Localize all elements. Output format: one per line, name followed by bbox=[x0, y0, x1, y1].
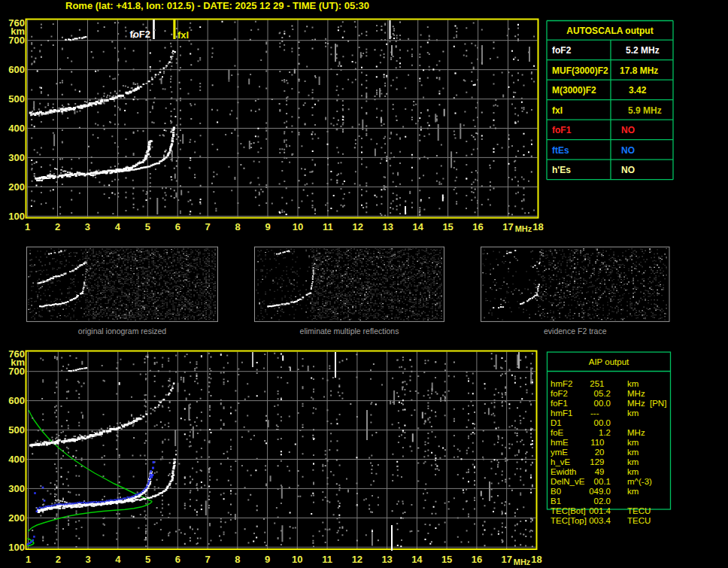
svg-text:5.9 MHz: 5.9 MHz bbox=[628, 105, 662, 116]
svg-text:foF2: foF2 bbox=[552, 45, 572, 56]
svg-text:00.0: 00.0 bbox=[594, 399, 611, 408]
svg-text:AUTOSCALA output: AUTOSCALA output bbox=[566, 26, 653, 36]
svg-text:16: 16 bbox=[472, 554, 482, 565]
svg-text:km: km bbox=[11, 357, 25, 368]
svg-text:3: 3 bbox=[85, 554, 90, 565]
svg-text:AIP output: AIP output bbox=[589, 357, 629, 366]
svg-text:7: 7 bbox=[205, 221, 211, 232]
svg-text:hmF1: hmF1 bbox=[551, 409, 572, 418]
svg-text:400: 400 bbox=[8, 454, 25, 465]
svg-text:[PN]: [PN] bbox=[650, 399, 666, 408]
svg-text:km: km bbox=[627, 409, 639, 418]
svg-text:fxI: fxI bbox=[552, 105, 563, 116]
svg-text:129: 129 bbox=[590, 457, 604, 466]
svg-text:foF1: foF1 bbox=[552, 125, 572, 135]
svg-text:200: 200 bbox=[8, 181, 25, 193]
svg-text:5.2 MHz: 5.2 MHz bbox=[626, 45, 660, 56]
svg-text:---: --- bbox=[590, 409, 599, 418]
svg-text:16: 16 bbox=[472, 221, 483, 232]
svg-text:B0: B0 bbox=[551, 487, 561, 496]
svg-text:MHz: MHz bbox=[627, 399, 645, 408]
svg-text:Ewidth: Ewidth bbox=[551, 467, 577, 476]
svg-text:km: km bbox=[627, 438, 639, 447]
svg-text:2: 2 bbox=[56, 554, 61, 565]
svg-text:evidence F2 trace: evidence F2 trace bbox=[544, 327, 607, 336]
svg-text:20: 20 bbox=[595, 448, 605, 457]
svg-text:300: 300 bbox=[8, 483, 25, 494]
svg-text:D1: D1 bbox=[551, 418, 562, 427]
svg-text:7: 7 bbox=[205, 554, 210, 565]
svg-text:M(3000)F2: M(3000)F2 bbox=[552, 85, 596, 96]
svg-text:11: 11 bbox=[323, 221, 333, 232]
svg-text:100: 100 bbox=[8, 211, 25, 222]
svg-text:hmF2: hmF2 bbox=[551, 379, 572, 388]
svg-text:9: 9 bbox=[265, 221, 270, 232]
svg-text:MHz: MHz bbox=[627, 389, 645, 398]
svg-text:17.8 MHz: 17.8 MHz bbox=[620, 65, 658, 76]
svg-text:003.4: 003.4 bbox=[589, 516, 611, 525]
svg-text:049.0: 049.0 bbox=[589, 487, 611, 496]
svg-text:TECU: TECU bbox=[627, 506, 651, 515]
svg-text:500: 500 bbox=[8, 424, 25, 436]
svg-text:MHz: MHz bbox=[514, 557, 531, 566]
svg-text:km: km bbox=[11, 26, 25, 37]
svg-text:400: 400 bbox=[8, 123, 25, 134]
svg-text:MHz: MHz bbox=[627, 428, 645, 437]
svg-text:3.42: 3.42 bbox=[629, 85, 647, 96]
svg-text:14: 14 bbox=[411, 554, 423, 565]
svg-text:MHz: MHz bbox=[515, 224, 532, 233]
svg-text:1: 1 bbox=[25, 221, 30, 232]
svg-text:hmE: hmE bbox=[551, 438, 569, 447]
svg-text:15: 15 bbox=[442, 221, 453, 232]
svg-text:12: 12 bbox=[352, 554, 362, 565]
svg-text:4: 4 bbox=[115, 221, 121, 232]
svg-text:4: 4 bbox=[115, 554, 121, 565]
svg-text:18: 18 bbox=[532, 221, 543, 232]
svg-text:5: 5 bbox=[145, 221, 150, 232]
svg-text:13: 13 bbox=[383, 221, 393, 232]
svg-text:foF2: foF2 bbox=[551, 389, 568, 398]
svg-text:Rome (lat: +41.8, lon: 012.5): Rome (lat: +41.8, lon: 012.5) - DATE: 20… bbox=[65, 0, 369, 11]
svg-text:8: 8 bbox=[235, 554, 240, 565]
svg-text:km: km bbox=[627, 487, 639, 496]
svg-text:02.0: 02.0 bbox=[594, 497, 611, 506]
svg-text:00.0: 00.0 bbox=[594, 418, 611, 427]
svg-text:h_vE: h_vE bbox=[551, 457, 571, 466]
svg-text:6: 6 bbox=[175, 554, 180, 565]
svg-text:B1: B1 bbox=[551, 497, 561, 506]
svg-text:km: km bbox=[627, 379, 639, 388]
svg-text:100: 100 bbox=[8, 542, 25, 553]
svg-text:300: 300 bbox=[8, 152, 25, 163]
svg-text:600: 600 bbox=[8, 64, 25, 75]
svg-text:17: 17 bbox=[501, 554, 511, 565]
svg-text:13: 13 bbox=[381, 554, 392, 565]
svg-text:NO: NO bbox=[621, 145, 635, 156]
svg-text:km: km bbox=[627, 467, 639, 476]
svg-text:17: 17 bbox=[502, 221, 513, 232]
svg-text:49: 49 bbox=[595, 467, 605, 476]
svg-text:DelN_vE: DelN_vE bbox=[551, 477, 585, 486]
svg-text:MUF(3000)F2: MUF(3000)F2 bbox=[552, 65, 608, 76]
svg-text:00.1: 00.1 bbox=[594, 477, 611, 486]
svg-text:TEC[Bot]: TEC[Bot] bbox=[551, 506, 586, 515]
svg-text:05.2: 05.2 bbox=[594, 389, 611, 398]
svg-text:5: 5 bbox=[145, 554, 150, 565]
svg-text:12: 12 bbox=[353, 221, 363, 232]
svg-text:110: 110 bbox=[590, 438, 604, 447]
svg-text:251: 251 bbox=[590, 379, 604, 388]
svg-text:NO: NO bbox=[621, 125, 635, 135]
svg-text:15: 15 bbox=[441, 554, 452, 565]
svg-text:18: 18 bbox=[531, 554, 541, 565]
svg-text:eliminate multiple reflections: eliminate multiple reflections bbox=[300, 327, 399, 336]
svg-text:6: 6 bbox=[175, 221, 180, 232]
svg-text:001.4: 001.4 bbox=[589, 506, 611, 515]
svg-text:TECU: TECU bbox=[627, 516, 651, 525]
svg-text:TEC[Top]: TEC[Top] bbox=[551, 516, 587, 525]
svg-text:1.2: 1.2 bbox=[599, 428, 611, 437]
svg-text:original ionogram resized: original ionogram resized bbox=[78, 327, 166, 336]
svg-text:ymE: ymE bbox=[551, 448, 568, 457]
svg-text:h'Es: h'Es bbox=[552, 165, 571, 175]
svg-text:fxI: fxI bbox=[177, 29, 189, 41]
svg-text:9: 9 bbox=[265, 554, 270, 565]
svg-text:3: 3 bbox=[85, 221, 90, 232]
